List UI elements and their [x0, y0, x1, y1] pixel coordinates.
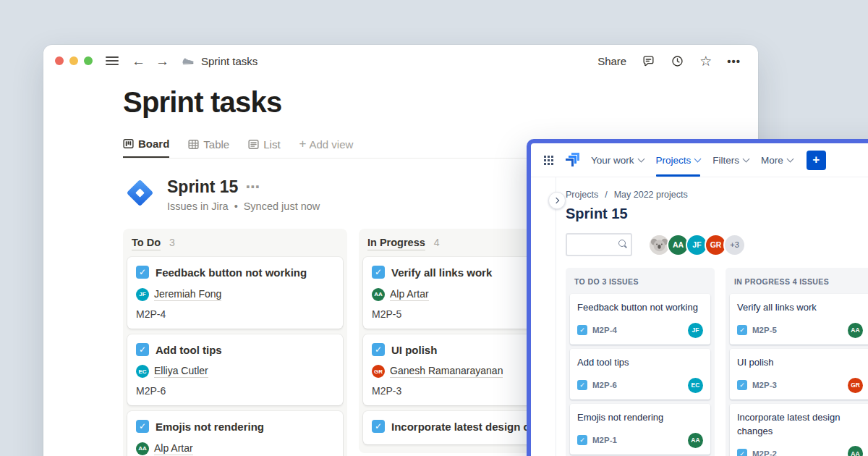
- task-type-icon: ✓: [737, 380, 747, 390]
- breadcrumb: Projects / May 2022 projects: [566, 190, 868, 200]
- assignee-link[interactable]: Elliya Cutler: [154, 365, 208, 378]
- avatar[interactable]: JF: [688, 323, 703, 338]
- task-title: Add tool tips: [156, 342, 222, 359]
- task-type-icon: ✓: [577, 325, 587, 335]
- sidebar-menu-icon[interactable]: [106, 56, 119, 65]
- avatar[interactable]: AA: [848, 323, 863, 338]
- issue-key: M2P-1: [592, 436, 617, 444]
- avatar: EC: [136, 365, 149, 378]
- expand-sidebar-button[interactable]: [548, 192, 566, 209]
- back-arrow-icon[interactable]: ←: [132, 54, 145, 68]
- jira-column-todo: TO DO 3 ISSUES Feedback button not worki…: [566, 268, 715, 456]
- task-title: Emojis not rendering: [156, 419, 264, 436]
- jira-diamond-logo: [123, 176, 157, 213]
- nav-filters-label: Filters: [712, 155, 739, 166]
- jira-navbar: Your work Projects Filters More +: [531, 143, 868, 177]
- tab-list[interactable]: List: [248, 138, 280, 157]
- sidebar-divider: [556, 177, 556, 456]
- issue-key: M2P-2: [752, 449, 777, 456]
- task-card[interactable]: ✓ Add tool tips EC Elliya Cutler M2P-6: [127, 334, 343, 406]
- task-card[interactable]: ✓ Feedback button not working JF Jeremia…: [127, 257, 343, 329]
- jira-logo-icon[interactable]: [566, 153, 579, 166]
- jira-page-title: Sprint 15: [566, 206, 868, 222]
- breadcrumb-current[interactable]: May 2022 projects: [614, 190, 688, 200]
- board-column-todo: To Do 3 ✓ Feedback button not working JF…: [123, 229, 347, 456]
- minimize-window-button[interactable]: [69, 56, 78, 65]
- avatar[interactable]: AA: [848, 446, 863, 456]
- assignee-link[interactable]: Alp Artar: [390, 288, 429, 301]
- search-input[interactable]: [566, 233, 632, 256]
- sprint-more-icon[interactable]: ⋯: [245, 178, 260, 195]
- task-title: UI polish: [391, 342, 437, 359]
- chevron-down-icon: [786, 156, 793, 163]
- checkbox-icon[interactable]: ✓: [372, 343, 385, 356]
- task-card[interactable]: ✓ Emojis not rendering AA Alp Artar: [127, 411, 343, 456]
- jira-column-in-progress: IN PROGRESS 4 ISSUES Verify all links wo…: [726, 268, 868, 456]
- sync-status-label: Synced just now: [244, 200, 320, 212]
- breadcrumb-separator: /: [605, 190, 607, 200]
- close-window-button[interactable]: [55, 56, 64, 65]
- nav-more[interactable]: More: [761, 143, 793, 177]
- sync-source-label: Issues in Jira: [167, 200, 229, 212]
- avatar[interactable]: EC: [688, 378, 703, 393]
- nav-projects-label: Projects: [656, 155, 692, 166]
- nav-more-label: More: [761, 155, 783, 166]
- forward-arrow-icon[interactable]: →: [156, 54, 169, 68]
- add-view-button[interactable]: + Add view: [299, 137, 354, 158]
- zoom-window-button[interactable]: [84, 56, 93, 65]
- assignee-link[interactable]: Ganesh Ramanarayanan: [390, 365, 503, 378]
- checkbox-icon[interactable]: ✓: [136, 343, 149, 356]
- issue-title: Incorporate latest design changes: [737, 411, 863, 439]
- jira-issue-card[interactable]: Feedback button not working ✓ M2P-4 JF: [570, 294, 710, 345]
- chevron-down-icon: [637, 156, 644, 163]
- column-name[interactable]: To Do: [132, 237, 161, 250]
- column-name[interactable]: In Progress: [367, 237, 425, 250]
- checkbox-icon[interactable]: ✓: [136, 266, 149, 279]
- jira-issue-card[interactable]: Add tool tips ✓ M2P-6 EC: [570, 349, 710, 400]
- share-button[interactable]: Share: [597, 55, 626, 67]
- jira-column-header: IN PROGRESS 4 ISSUES: [726, 268, 868, 294]
- avatar[interactable]: GR: [848, 378, 863, 393]
- checkbox-icon[interactable]: ✓: [372, 420, 385, 433]
- nav-your-work[interactable]: Your work: [591, 143, 644, 177]
- list-view-icon: [248, 139, 259, 150]
- jira-issue-card[interactable]: Emojis not rendering ✓ M2P-1 AA: [570, 404, 710, 455]
- jira-column-header: TO DO 3 ISSUES: [566, 268, 715, 294]
- avatar: GR: [372, 365, 385, 378]
- jira-window: Your work Projects Filters More + Projec…: [527, 139, 868, 456]
- avatar[interactable]: AA: [688, 433, 703, 448]
- favorite-star-icon[interactable]: ☆: [699, 53, 712, 69]
- task-title: Feedback button not working: [156, 265, 307, 282]
- page-title: Sprint tasks: [123, 86, 758, 119]
- checkbox-icon[interactable]: ✓: [136, 420, 149, 433]
- issue-key: M2P-6: [136, 385, 334, 397]
- assignee-link[interactable]: Jeremiah Fong: [154, 288, 221, 301]
- nav-projects[interactable]: Projects: [656, 143, 701, 177]
- more-options-icon[interactable]: •••: [727, 55, 741, 67]
- comments-icon[interactable]: [642, 54, 655, 68]
- tab-board[interactable]: Board: [123, 138, 169, 158]
- jira-issue-card[interactable]: Incorporate latest design changes ✓ M2P-…: [730, 404, 868, 456]
- board-view-icon: [123, 138, 134, 149]
- jira-issue-card[interactable]: Verify all links work ✓ M2P-5 AA: [730, 294, 868, 345]
- assignee-link[interactable]: Alp Artar: [154, 442, 193, 455]
- notion-titlebar: ← → Sprint tasks Share ☆ •••: [43, 45, 758, 77]
- column-count: 3: [169, 237, 175, 248]
- nav-filters[interactable]: Filters: [712, 143, 749, 177]
- app-switcher-icon[interactable]: [544, 156, 546, 158]
- issue-key: M2P-4: [592, 326, 617, 334]
- issue-title: Emojis not rendering: [577, 411, 703, 425]
- issue-title: Verify all links work: [737, 301, 863, 315]
- history-clock-icon[interactable]: [671, 54, 684, 68]
- create-button[interactable]: +: [807, 151, 826, 170]
- tab-table-label: Table: [203, 138, 229, 151]
- checkbox-icon[interactable]: ✓: [372, 266, 385, 279]
- issue-title: Add tool tips: [577, 356, 703, 370]
- more-avatars-badge[interactable]: +3: [723, 234, 746, 256]
- issue-key: M2P-6: [592, 381, 617, 389]
- breadcrumb-projects[interactable]: Projects: [566, 190, 598, 200]
- tab-table[interactable]: Table: [188, 138, 229, 157]
- jira-issue-card[interactable]: UI polish ✓ M2P-3 GR: [730, 349, 868, 400]
- window-page-title: Sprint tasks: [201, 55, 258, 67]
- dot-separator: •: [234, 200, 238, 212]
